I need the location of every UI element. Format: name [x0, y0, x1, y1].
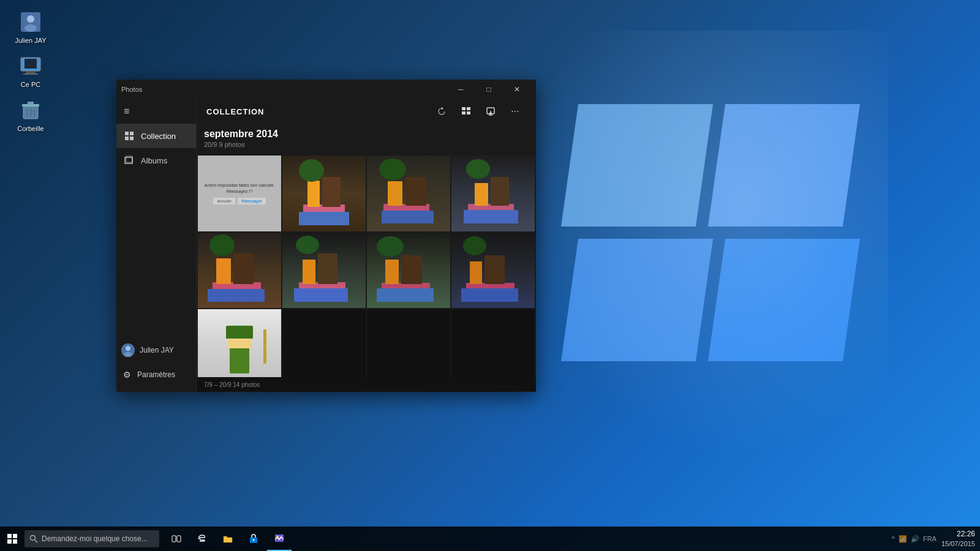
photo-4[interactable] [451, 156, 535, 231]
start-button[interactable] [0, 527, 24, 551]
view-button[interactable] [455, 100, 477, 122]
sidebar-settings[interactable]: ⚙ Paramètres [116, 362, 196, 387]
svg-rect-30 [7, 539, 12, 544]
maximize-button[interactable]: □ [475, 80, 503, 99]
user-name: Julien JAY [140, 346, 174, 354]
photo-3[interactable] [367, 156, 450, 231]
taskbar: Demandez-moi quelque chose... [0, 527, 980, 551]
svg-point-20 [126, 346, 130, 351]
close-button[interactable]: ✕ [503, 80, 531, 99]
cepc-icon-label: Ce PC [21, 81, 40, 88]
photo-8[interactable] [451, 233, 535, 309]
photo-5[interactable] [198, 233, 281, 309]
photos-window: Photos ─ □ ✕ ≡ [116, 80, 536, 392]
svg-rect-15 [125, 137, 129, 140]
sidebar-user[interactable]: Julien JAY [116, 338, 196, 362]
albums-label: Albums [141, 156, 167, 165]
taskview-button[interactable] [164, 527, 189, 551]
window-controls: ─ □ ✕ [447, 80, 531, 99]
content-scroll[interactable]: septembre 2014 20/9 9 photos Action impo… [197, 124, 536, 377]
corbeille-icon [18, 98, 43, 122]
sidebar-header[interactable]: ≡ [116, 99, 196, 124]
store-button[interactable] [241, 527, 266, 551]
svg-rect-4 [24, 59, 37, 69]
taskbar-apps [164, 527, 292, 551]
hamburger-icon: ≡ [124, 106, 129, 117]
photo-empty-3 [451, 309, 535, 377]
desktop-icon-corbeille[interactable]: Corbeille [6, 93, 55, 137]
sidebar-bottom: Julien JAY ⚙ Paramètres [116, 333, 196, 392]
svg-point-1 [27, 15, 34, 23]
window-titlebar: Photos ─ □ ✕ [116, 80, 536, 99]
corbeille-icon-label: Corbeille [17, 125, 43, 132]
svg-rect-22 [462, 107, 466, 110]
svg-line-33 [35, 540, 37, 542]
julien-icon-label: Julien JAY [15, 37, 46, 44]
user-avatar [121, 343, 135, 357]
taskbar-clock[interactable]: 22:26 15/07/2015 [941, 529, 975, 549]
sidebar: ≡ Collection [116, 99, 196, 392]
taskbar-network-icon: 📶 [899, 535, 907, 543]
minimize-button[interactable]: ─ [447, 80, 475, 99]
content-header: COLLECTION [197, 99, 536, 124]
taskbar-right: ^ 📶 🔊 FRA 22:26 15/07/2015 [892, 529, 980, 549]
svg-rect-14 [130, 132, 134, 135]
taskbar-date-display: 15/07/2015 [941, 539, 975, 549]
taskbar-volume-icon: 🔊 [911, 535, 919, 543]
photo-9[interactable] [198, 309, 281, 377]
refresh-button[interactable] [431, 100, 453, 122]
collection-title: COLLECTION [206, 107, 431, 116]
photo-1[interactable]: Action impossible faites non calcuée. Ré… [198, 156, 281, 231]
desktop-icons: Julien JAY Ce PC [6, 0, 55, 137]
sidebar-item-collection[interactable]: Collection [116, 124, 196, 148]
svg-rect-23 [467, 107, 470, 110]
taskbar-lang: FRA [923, 535, 937, 542]
import-button[interactable] [480, 100, 502, 122]
photo-2[interactable] [282, 156, 366, 231]
desktop: Julien JAY Ce PC [0, 0, 980, 551]
svg-rect-29 [13, 534, 17, 538]
svg-rect-13 [125, 132, 129, 135]
svg-point-37 [253, 539, 255, 541]
sidebar-item-albums[interactable]: Albums [116, 148, 196, 173]
photos-button[interactable] [267, 527, 292, 551]
taskbar-time-display: 22:26 [941, 529, 975, 539]
date-heading: septembre 2014 [204, 129, 529, 140]
window-title-text: Photos [121, 86, 447, 93]
photo-grid-row3 [197, 309, 536, 377]
edge-button[interactable] [190, 527, 214, 551]
photo-7[interactable] [367, 233, 450, 309]
photo-grid-row1: Action impossible faites non calcuée. Ré… [197, 156, 536, 233]
svg-rect-35 [177, 536, 181, 542]
svg-rect-24 [462, 111, 466, 114]
photo-empty-1 [282, 309, 366, 377]
svg-rect-5 [26, 71, 36, 73]
footer-strip: 7/9 – 20/9 14 photos [197, 377, 536, 392]
photo-grid-row2 [197, 233, 536, 310]
desktop-icon-cepc[interactable]: Ce PC [6, 49, 55, 93]
date-group-sept2014: septembre 2014 20/9 9 photos [197, 124, 536, 156]
albums-icon [124, 155, 135, 166]
window-body: ≡ Collection [116, 99, 536, 392]
date-sub: 20/9 9 photos [204, 141, 529, 148]
taskbar-search[interactable]: Demandez-moi quelque chose... [24, 530, 159, 547]
taskbar-chevron-icon[interactable]: ^ [892, 535, 895, 542]
svg-rect-31 [13, 539, 17, 544]
svg-rect-34 [172, 536, 176, 542]
header-actions: ··· [431, 100, 526, 122]
explorer-button[interactable] [216, 527, 240, 551]
photo-6[interactable] [282, 233, 366, 309]
svg-rect-6 [23, 73, 38, 75]
svg-point-32 [31, 536, 36, 541]
desktop-icon-julien[interactable]: Julien JAY [6, 5, 55, 49]
cepc-icon [18, 54, 43, 78]
main-content: COLLECTION [196, 99, 536, 392]
settings-label: Paramètres [137, 370, 175, 379]
svg-rect-16 [130, 137, 134, 140]
more-button[interactable]: ··· [504, 100, 526, 122]
svg-rect-25 [467, 111, 470, 114]
svg-rect-9 [28, 102, 34, 105]
julien-icon [18, 10, 43, 34]
footer-text: 7/9 – 20/9 14 photos [204, 381, 260, 388]
windows-logo [551, 73, 858, 380]
